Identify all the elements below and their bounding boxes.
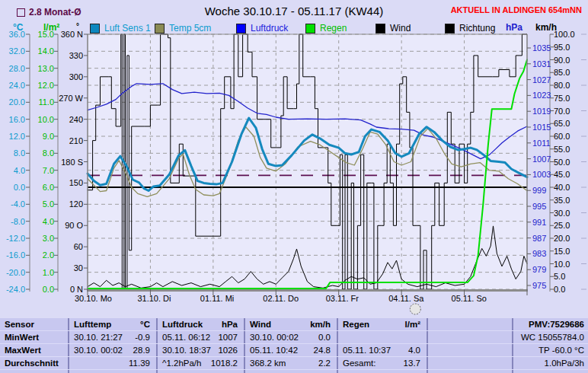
table-cell xyxy=(337,331,427,343)
direction-axis-tick: 210 xyxy=(69,136,83,145)
direction-axis-tick: 180 S xyxy=(61,158,83,167)
windspeed-axis-tick: 95.0 xyxy=(554,43,570,52)
cell-label: Lufttemp xyxy=(74,319,111,330)
direction-axis-tick: 90 O xyxy=(65,221,83,230)
cell-label: Gesamt: xyxy=(343,358,375,369)
windspeed-axis-tick: 55.0 xyxy=(554,145,570,154)
cell-label: 30.10. 21:27 xyxy=(74,332,123,343)
row-label: MinWert xyxy=(0,331,68,343)
cell-label: WC 15055784.0 xyxy=(521,332,584,343)
cell-value: °C xyxy=(140,319,150,330)
table-cell: 0.0hPa/1h xyxy=(512,370,588,373)
rain-axis-tick: 12.0 xyxy=(38,81,54,90)
weather-app-window: 2.8 Monat-Ø Woche 30.10.17 - 05.11.17 (K… xyxy=(0,0,588,373)
x-axis-day-label: 01.11. Mi xyxy=(200,294,234,303)
axis-unit-kmh: km/h xyxy=(535,22,557,33)
rain-axis-tick: 4.0 xyxy=(43,217,54,226)
cell-label: 1.0hPa/3h xyxy=(545,358,584,369)
pressure-axis-tick: 999 xyxy=(532,186,546,195)
temp-axis-tick: -24.0 xyxy=(6,285,25,294)
table-cell: 368.2 km2.2 xyxy=(244,357,337,369)
rain-axis-tick: 7.0 xyxy=(43,166,54,175)
cell-value: 1018.2 xyxy=(211,358,238,369)
pressure-axis-tick: 991 xyxy=(532,218,546,227)
cell-label: 05.11. 10:37 xyxy=(343,345,391,356)
temp-axis-tick: -8.0 xyxy=(11,217,25,226)
pressure-axis-tick: 975 xyxy=(532,281,546,290)
pressure-axis-tick: 1011 xyxy=(532,139,551,148)
table-cell: 30.10. 21:27-0.9 xyxy=(68,331,156,343)
cell-label: 0.0hPa/1h xyxy=(545,371,584,373)
direction-axis-tick: 150 xyxy=(69,178,83,187)
cell-label: TP -60.0 °C xyxy=(538,345,584,356)
cell-value: 13.7 xyxy=(404,358,420,369)
table-cell: ^1.2hPa/h1018.2 xyxy=(156,357,244,369)
legend-swatch-icon xyxy=(90,24,100,33)
cell-value: 1026 xyxy=(218,345,238,356)
cell-label: ^1.2hPa/h xyxy=(162,358,201,369)
cell-label: 368.2 km xyxy=(250,358,286,369)
windspeed-axis-tick: 0.0 xyxy=(554,285,565,294)
legend-label: Regen xyxy=(320,23,347,33)
axis-unit-lm2: l/m² xyxy=(43,22,59,33)
legend-label: Richtung xyxy=(459,23,495,33)
cell-label: Regen xyxy=(343,319,369,330)
axis-unit-c: °C xyxy=(13,22,23,33)
cell-label: 30.10. 00:02 xyxy=(74,345,123,356)
pressure-axis-tick: 1031 xyxy=(532,59,551,69)
legend-item-luftdruck: Luftdruck xyxy=(236,23,288,33)
cell-value: -0.9 xyxy=(135,332,150,343)
table-cell: WC 15055784.0 xyxy=(512,331,588,343)
temp-axis-tick: 32.0 xyxy=(9,46,25,56)
pressure-axis-tick: 1015 xyxy=(532,123,551,132)
legend-swatch-icon xyxy=(155,24,165,33)
windspeed-axis-tick: 60.0 xyxy=(554,132,570,141)
rain-axis-tick: 13.0 xyxy=(38,64,54,73)
rain-axis-tick: 3.0 xyxy=(43,234,54,243)
weather-chart: 36.032.028.024.020.016.012.08.04.00.0-4.… xyxy=(0,0,588,318)
row-label: 05.11. 23:00 xyxy=(0,370,68,373)
cell-value: l/m² xyxy=(405,319,420,330)
table-cell: 30.10. 00:020.0 xyxy=(244,331,337,343)
rain-axis-tick: 9.0 xyxy=(43,132,54,141)
direction-axis-tick: 0 N xyxy=(70,285,83,294)
temp-axis-tick: 24.0 xyxy=(9,81,25,90)
x-axis-day-label: 31.10. Di xyxy=(137,294,171,303)
temp-axis-tick: -20.0 xyxy=(6,268,25,277)
cell-value: 28.9 xyxy=(133,345,150,356)
table-cell xyxy=(427,344,512,356)
windspeed-axis-tick: 50.0 xyxy=(554,158,570,167)
cell-label: PMV:7529686 xyxy=(529,319,584,330)
rain-axis-tick: 1.0 xyxy=(43,268,54,277)
table-cell xyxy=(427,331,512,343)
pressure-axis-tick: 983 xyxy=(532,249,546,258)
rain-axis-tick: 2.0 xyxy=(43,250,54,260)
table-cell: Gesamt:13.7 xyxy=(337,357,427,369)
rain-axis-tick: 8.0 xyxy=(43,148,54,158)
location-status: AKTUELL IN ALDINGEN 654mNN xyxy=(451,5,582,14)
pressure-axis-tick: 1003 xyxy=(532,170,551,179)
rain-axis-tick: 14.0 xyxy=(38,46,54,56)
temp-axis-tick: 20.0 xyxy=(9,97,25,107)
cell-label: 05.11. 06:12 xyxy=(162,332,210,343)
table-cell xyxy=(427,318,512,330)
temp-axis: 36.032.028.024.020.016.012.08.04.00.0-4.… xyxy=(6,30,30,294)
plot-background xyxy=(88,34,527,289)
direction-axis-tick: 330 xyxy=(69,51,83,60)
x-axis-day-label: 30.10. Mo xyxy=(75,294,112,303)
x-axis-day-label: 04.11. Sa xyxy=(388,294,424,303)
table-cell: 13.7 l/m²0.7 xyxy=(337,370,427,373)
windspeed-axis-tick: 45.0 xyxy=(554,170,570,179)
table-cell: 05.11. 06:121007 xyxy=(156,331,244,343)
legend-swatch-icon xyxy=(305,24,315,33)
legend-swatch-icon xyxy=(445,24,455,33)
cell-label: 05.11. 10:42 xyxy=(250,345,298,356)
rain-axis-tick: 0.0 xyxy=(43,285,54,294)
table-cell: 0 Bft N0.0 xyxy=(244,370,337,373)
row-label: MaxWert xyxy=(0,344,68,356)
table-cell: 30.10. 00:0228.9 xyxy=(68,344,156,356)
cell-value: 0.0 xyxy=(318,371,331,373)
legend-label: Temp 5cm xyxy=(169,23,211,33)
table-cell: 05.11. 10:4224.8 xyxy=(244,344,337,356)
rain-axis-tick: 10.0 xyxy=(38,115,54,124)
